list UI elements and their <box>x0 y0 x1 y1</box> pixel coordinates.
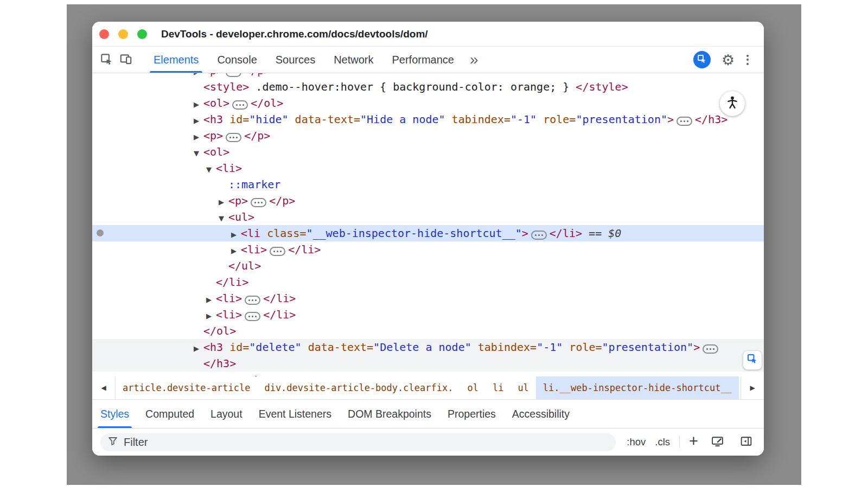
settings-button[interactable]: ⚙ <box>718 50 738 69</box>
expand-arrow-icon[interactable]: ▶ <box>194 129 203 145</box>
dom-tree-row[interactable]: ▶<p></p> <box>92 193 764 209</box>
rendering-emulations-button[interactable] <box>707 432 727 452</box>
close-window-button[interactable] <box>99 29 109 39</box>
dom-tree-row[interactable]: ▶<li></li> <box>92 290 764 306</box>
dom-tree-row[interactable]: <style> .demo--hover:hover { background-… <box>92 79 764 95</box>
tag-token: <li> <box>216 308 242 321</box>
ellipsis-expand-button[interactable] <box>531 231 547 240</box>
ellipsis-expand-button[interactable] <box>226 73 241 77</box>
ellipsis-expand-button[interactable] <box>245 296 260 305</box>
ellipsis-expand-button[interactable] <box>270 247 285 256</box>
breadcrumb-item[interactable]: article.devsite-article <box>116 376 257 399</box>
breadcrumb-scroll-right-button[interactable]: ▶ <box>741 376 764 399</box>
ellipsis-dot <box>254 202 257 204</box>
breadcrumb-items: article.devsite-articlediv.devsite-artic… <box>116 376 741 399</box>
breadcrumb: ◀ article.devsite-articlediv.devsite-art… <box>92 376 764 400</box>
traffic-lights <box>92 29 147 39</box>
text-token: .demo--hover:hover { background-color: o… <box>249 80 576 93</box>
dom-tree-row[interactable]: ▶<li></li> <box>92 241 764 258</box>
expand-arrow-icon[interactable]: ▶ <box>231 227 241 243</box>
styles-filter-input[interactable]: Filter <box>100 433 616 451</box>
toggle-element-state-button[interactable]: :hov <box>627 436 646 448</box>
sidebar-tab-layout[interactable]: Layout <box>202 400 251 428</box>
minimize-window-button[interactable] <box>118 29 128 39</box>
ellipsis-expand-button[interactable] <box>226 133 241 142</box>
text-token <box>289 113 295 126</box>
toggle-sidebar-button[interactable] <box>736 432 756 452</box>
attr-name-token: data-text= <box>308 341 373 354</box>
sidebar-tab-accessibility[interactable]: Accessibility <box>504 400 578 428</box>
inspect-mode-active-button[interactable] <box>693 51 711 68</box>
dom-tree-row[interactable]: ::marker <box>92 176 764 193</box>
dom-tree-row[interactable]: ▶<li></li> <box>92 306 764 323</box>
breadcrumb-item[interactable]: ol <box>460 376 485 399</box>
breadcrumb-item[interactable]: ul <box>510 376 535 399</box>
ellipsis-dot <box>236 137 238 139</box>
breadcrumb-item[interactable]: li <box>486 376 510 399</box>
expand-arrow-icon[interactable]: ▶ <box>194 97 203 113</box>
ellipsis-expand-button[interactable] <box>251 198 266 207</box>
dom-tree-row[interactable]: ▼<ul> <box>92 209 764 225</box>
expand-arrow-icon[interactable]: ▶ <box>206 292 216 308</box>
breadcrumb-scroll-left-button[interactable]: ◀ <box>92 376 116 399</box>
expand-arrow-icon[interactable]: ▶ <box>231 243 241 259</box>
collapse-arrow-icon[interactable]: ▼ <box>194 145 203 162</box>
expand-arrow-icon[interactable]: ▶ <box>206 308 216 324</box>
expand-arrow-icon[interactable]: ▶ <box>219 194 228 210</box>
zoom-window-button[interactable] <box>137 29 147 39</box>
dom-tree-row[interactable]: ▼<li> <box>92 160 764 176</box>
sidebar-tab-properties[interactable]: Properties <box>439 400 504 428</box>
tab-network[interactable]: Network <box>324 47 382 73</box>
element-classes-button[interactable]: .cls <box>655 436 670 448</box>
expand-arrow-icon[interactable]: ▶ <box>194 373 203 376</box>
new-style-rule-button[interactable]: + <box>689 433 698 451</box>
sidebar-tab-event-listeners[interactable]: Event Listeners <box>251 400 340 428</box>
dom-tree-row[interactable]: ▶<h3 id="hide" data-text="Hide a node" t… <box>92 111 764 127</box>
ellipsis-expand-button[interactable] <box>676 117 692 126</box>
tab-sources[interactable]: Sources <box>266 47 324 73</box>
sidebar-tab-computed[interactable]: Computed <box>137 400 202 428</box>
collapse-arrow-icon[interactable]: ▼ <box>219 210 228 227</box>
tag-token: </style> <box>576 80 628 93</box>
dom-tree-row[interactable]: ▶<p></p> <box>92 73 764 79</box>
dom-tree-row[interactable]: ▶<li class="__web-inspector-hide-shortcu… <box>92 225 764 241</box>
ellipsis-dot <box>713 348 715 350</box>
accessibility-overlay-button[interactable] <box>720 91 745 116</box>
breadcrumb-item[interactable]: li.__web-inspector-hide-shortcut__ <box>536 376 739 399</box>
dom-tree-panel: ▶<p></p><style> .demo--hover:hover { bac… <box>92 73 764 376</box>
tag-token: <ol> <box>203 97 229 110</box>
sidebar-tab-styles[interactable]: Styles <box>92 400 137 428</box>
tab-elements[interactable]: Elements <box>144 47 208 73</box>
dom-tree-row[interactable]: </ul> <box>92 258 764 274</box>
dom-tree-row[interactable]: </li> <box>92 274 764 290</box>
inspect-element-button[interactable] <box>97 50 116 69</box>
dom-tree-row[interactable]: ▼<ol> <box>92 144 764 160</box>
dom-tree-row[interactable]: </h3> <box>92 355 764 372</box>
tab-performance[interactable]: Performance <box>383 47 464 73</box>
collapse-arrow-icon[interactable]: ▼ <box>206 162 216 178</box>
sidebar-tab-dom-breakpoints[interactable]: DOM Breakpoints <box>340 400 439 428</box>
tag-token: </ol> <box>203 324 236 337</box>
ellipsis-expand-button[interactable] <box>245 312 260 321</box>
ellipsis-dot <box>680 120 682 123</box>
expand-arrow-icon[interactable]: ▶ <box>194 341 203 357</box>
dom-tree-row[interactable]: ▶<ol></ol> <box>92 95 764 111</box>
more-tabs-button[interactable]: » <box>467 52 482 67</box>
dom-tree-row[interactable]: ▶<p></p> <box>92 127 764 144</box>
tag-token: </p> <box>244 373 270 376</box>
toggle-device-toolbar-button[interactable] <box>116 50 136 69</box>
attr-value-token: "Hide a node" <box>360 113 445 126</box>
dom-tree-row[interactable]: ▶<h3 id="delete" data-text="Delete a nod… <box>92 339 764 355</box>
tab-console[interactable]: Console <box>208 47 266 73</box>
tag-token: <li <box>241 227 267 240</box>
expand-arrow-icon[interactable]: ▶ <box>194 113 203 129</box>
kebab-menu-button[interactable] <box>738 50 757 69</box>
dom-tree-row[interactable]: </ol> <box>92 323 764 339</box>
ellipsis-expand-button[interactable] <box>232 100 248 110</box>
tag-token: > <box>522 227 528 240</box>
breadcrumb-item[interactable]: div.devsite-article-body.clearfix. <box>257 376 460 399</box>
scroll-into-view-button[interactable] <box>743 350 762 370</box>
pseudo-element-token: ::marker <box>228 178 280 191</box>
dom-tree-row[interactable]: ▶<p></p> <box>92 372 764 376</box>
ellipsis-expand-button[interactable] <box>703 344 718 354</box>
